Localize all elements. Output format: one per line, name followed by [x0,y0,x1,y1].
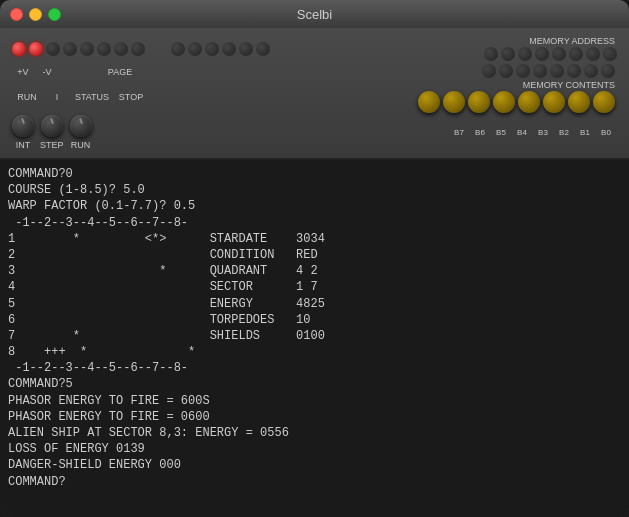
led-4 [63,42,77,56]
led-5 [80,42,94,56]
knob-b5[interactable] [468,91,490,113]
ma-led-9 [482,64,496,78]
led-m3 [205,42,219,56]
ma-led-5 [552,47,566,61]
led-m2 [188,42,202,56]
ma-led-8 [603,47,617,61]
window-title: Scelbi [297,7,332,22]
ma-led-3 [518,47,532,61]
knob-b0[interactable] [593,91,615,113]
status-label: STATUS [75,92,109,102]
led-m4 [222,42,236,56]
knob-b1[interactable] [568,91,590,113]
led-3 [46,42,60,56]
ma-led-15 [584,64,598,78]
knob-b4[interactable] [493,91,515,113]
knob-b6[interactable] [443,91,465,113]
led-1 [12,42,26,56]
step-label: STEP [40,140,64,150]
knob-b2[interactable] [543,91,565,113]
memory-contents-label: MEMORY CONTENTS [523,80,615,90]
b4-label: B4 [513,128,531,137]
led-6 [97,42,111,56]
ma-led-6 [569,47,583,61]
b6-label: B6 [471,128,489,137]
hardware-panel: MEMORY ADDRESS +V [0,28,629,160]
int-knob[interactable] [12,115,34,137]
ma-led-4 [535,47,549,61]
led-m6 [256,42,270,56]
int-label: INT [16,140,31,150]
terminal-area[interactable]: COMMAND?0 COURSE (1-8.5)? 5.0 WARP FACTO… [0,160,629,517]
minimize-button[interactable] [29,8,42,21]
page-label: PAGE [108,67,132,77]
led-2 [29,42,43,56]
run-label: RUN [17,92,37,102]
minus-v-label: -V [43,67,52,77]
memory-address-label: MEMORY ADDRESS [529,36,615,46]
ma-led-13 [550,64,564,78]
led-7 [114,42,128,56]
led-m5 [239,42,253,56]
plus-v-label: +V [17,67,28,77]
step-knob[interactable] [41,115,63,137]
b2-label: B2 [555,128,573,137]
ma-led-14 [567,64,581,78]
ma-led-1 [484,47,498,61]
b1-label: B1 [576,128,594,137]
led-m1 [171,42,185,56]
knob-b7[interactable] [418,91,440,113]
main-window: Scelbi [0,0,629,517]
ma-led-7 [586,47,600,61]
b7-label: B7 [450,128,468,137]
window-controls [10,8,61,21]
terminal-output: COMMAND?0 COURSE (1-8.5)? 5.0 WARP FACTO… [8,166,621,490]
stop-label: STOP [119,92,143,102]
b5-label: B5 [492,128,510,137]
run-knob[interactable] [70,115,92,137]
close-button[interactable] [10,8,23,21]
i-label: I [56,92,59,102]
knob-b3[interactable] [518,91,540,113]
ma-led-16 [601,64,615,78]
ma-led-10 [499,64,513,78]
ma-led-11 [516,64,530,78]
title-bar: Scelbi [0,0,629,28]
b3-label: B3 [534,128,552,137]
b0-label: B0 [597,128,615,137]
led-8 [131,42,145,56]
ma-led-12 [533,64,547,78]
ma-led-2 [501,47,515,61]
run2-label: RUN [71,140,91,150]
maximize-button[interactable] [48,8,61,21]
